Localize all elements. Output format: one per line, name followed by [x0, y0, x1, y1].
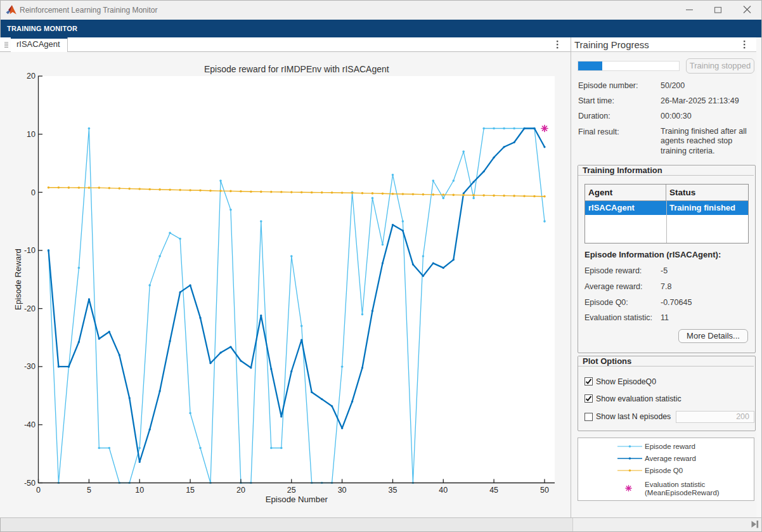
svg-text:5: 5 [87, 486, 91, 495]
svg-text:10: 10 [27, 130, 36, 139]
svg-text:Average reward: Average reward [645, 455, 696, 462]
svg-text:Episode reward for rIMDPEnv wi: Episode reward for rIMDPEnv with rISACAg… [204, 64, 389, 74]
svg-text:20: 20 [27, 72, 36, 81]
svg-text:15: 15 [186, 486, 195, 495]
svg-text:-40: -40 [24, 420, 36, 429]
svg-text:0: 0 [36, 486, 41, 495]
svg-text:-50: -50 [24, 479, 36, 488]
svg-text:30: 30 [338, 486, 347, 495]
svg-text:Episode Reward: Episode Reward [13, 249, 23, 310]
svg-text:Episode reward: Episode reward [645, 443, 695, 450]
svg-text:35: 35 [389, 486, 397, 495]
svg-text:Episode Q0: Episode Q0 [645, 467, 683, 474]
svg-text:0: 0 [31, 188, 36, 197]
svg-text:-20: -20 [24, 304, 36, 313]
svg-text:10: 10 [135, 486, 144, 495]
svg-text:-30: -30 [24, 362, 36, 371]
svg-text:25: 25 [287, 486, 296, 495]
svg-text:(MeanEpisodeReward): (MeanEpisodeReward) [645, 489, 720, 496]
svg-text:50: 50 [540, 486, 549, 495]
svg-text:40: 40 [439, 486, 448, 495]
svg-text:20: 20 [236, 486, 245, 495]
svg-text:Evaluation statistic: Evaluation statistic [645, 481, 705, 488]
svg-text:Episode Number: Episode Number [266, 495, 328, 504]
svg-text:-10: -10 [24, 246, 36, 255]
svg-text:45: 45 [489, 486, 498, 495]
